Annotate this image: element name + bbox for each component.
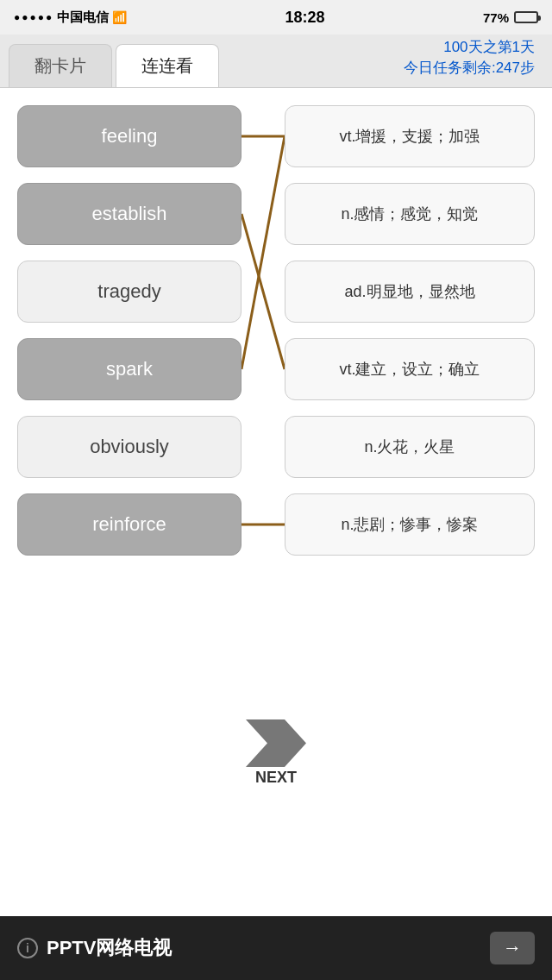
word-card-reinforce[interactable]: reinforce — [17, 493, 242, 556]
next-label: NEXT — [255, 769, 297, 787]
next-button[interactable]: NEXT — [246, 719, 306, 787]
matching-area: feeling establish tragedy spark obviousl… — [0, 88, 552, 813]
def-card-3[interactable]: ad.明显地，显然地 — [285, 261, 535, 323]
header-info: 100天之第1天 今日任务剩余:247步 — [223, 37, 543, 87]
status-time: 18:28 — [285, 9, 325, 27]
svg-marker-4 — [246, 719, 306, 767]
def-card-2[interactable]: n.感情；感觉，知觉 — [285, 183, 535, 245]
bottom-bar-arrow-icon: → — [503, 937, 522, 959]
wifi-icon: 📶 — [112, 10, 127, 24]
tab-connect[interactable]: 连连看 — [116, 44, 219, 87]
signal-dots: ●●●●● — [14, 11, 53, 23]
bottom-bar: i PPTV网络电视 → — [0, 916, 552, 980]
tab-flip[interactable]: 翻卡片 — [9, 44, 112, 87]
words-column: feeling establish tragedy spark obviousl… — [17, 105, 242, 556]
bottom-bar-info: i PPTV网络电视 — [17, 935, 172, 961]
bottom-bar-action-button[interactable]: → — [490, 932, 535, 964]
next-arrow-icon — [246, 719, 306, 767]
status-left: ●●●●● 中国电信 📶 — [14, 9, 127, 26]
bottom-bar-title: PPTV网络电视 — [47, 935, 172, 961]
columns: feeling establish tragedy spark obviousl… — [9, 105, 543, 556]
def-card-5[interactable]: n.火花，火星 — [285, 416, 535, 478]
carrier-label: 中国电信 — [57, 9, 109, 26]
definitions-column: vt.增援，支援；加强 n.感情；感觉，知觉 ad.明显地，显然地 vt.建立，… — [285, 105, 535, 556]
info-icon: i — [17, 938, 38, 958]
status-bar: ●●●●● 中国电信 📶 18:28 77% — [0, 0, 552, 35]
word-card-tragedy[interactable]: tragedy — [17, 261, 242, 323]
word-card-spark[interactable]: spark — [17, 338, 242, 400]
battery-percent: 77% — [483, 10, 509, 25]
header-line2: 今日任务剩余:247步 — [223, 58, 535, 79]
main-content: feeling establish tragedy spark obviousl… — [0, 88, 552, 916]
header-line1: 100天之第1天 — [223, 37, 535, 58]
word-card-obviously[interactable]: obviously — [17, 416, 242, 478]
def-card-1[interactable]: vt.增援，支援；加强 — [285, 105, 535, 167]
def-card-4[interactable]: vt.建立，设立；确立 — [285, 338, 535, 400]
status-right: 77% — [483, 10, 538, 25]
battery-icon — [514, 11, 538, 23]
word-card-establish[interactable]: establish — [17, 183, 242, 245]
word-card-feeling[interactable]: feeling — [17, 105, 242, 167]
tab-bar: 翻卡片 连连看 100天之第1天 今日任务剩余:247步 — [0, 35, 552, 88]
def-card-6[interactable]: n.悲剧；惨事，惨案 — [285, 493, 535, 556]
